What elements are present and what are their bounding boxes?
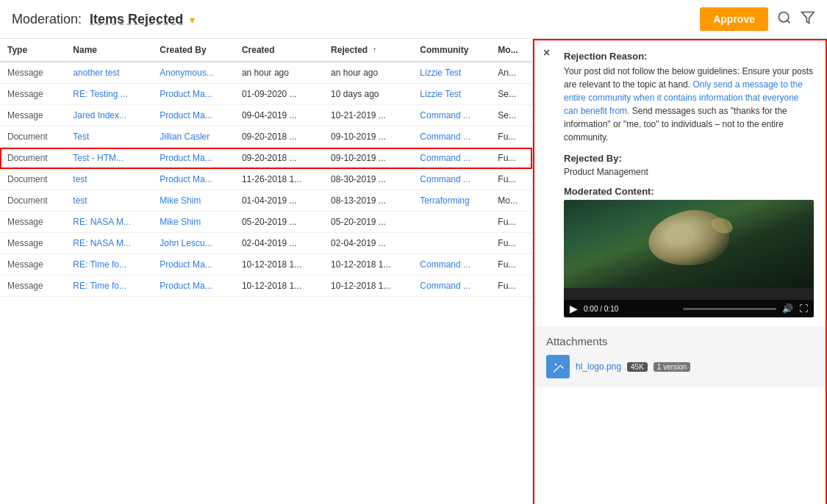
table-row[interactable]: MessageRE: Time fo...Product Ma...10-12-… — [0, 254, 532, 276]
video-player[interactable]: ▶ 0:00 / 0:10 🔊 ⛶ — [564, 200, 814, 317]
table-row[interactable]: Messageanother testAnonymous...an hour a… — [0, 62, 532, 84]
table-row[interactable]: MessageRE: Time fo...Product Ma...10-12-… — [0, 276, 532, 297]
detail-content: Rejection Reason: Your post did not foll… — [534, 40, 826, 399]
table-cell: Message — [0, 276, 65, 297]
table-cell: Se... — [490, 84, 532, 105]
filter-button[interactable] — [801, 10, 815, 29]
table-row[interactable]: DocumenttestMike Shim01-04-2019 ...08-13… — [0, 190, 532, 212]
col-created-by: Created By — [152, 39, 235, 62]
attachment-size-badge: 45K — [627, 362, 648, 372]
table-row[interactable]: MessageRE: Testing ...Product Ma...01-09… — [0, 84, 532, 105]
video-frame — [564, 200, 814, 288]
table-cell: 10-12-2018 1... — [323, 254, 412, 276]
table-row[interactable]: MessageRE: NASA M...Mike Shim05-20-2019 … — [0, 212, 532, 233]
table-cell: Document — [0, 190, 65, 212]
moderated-content-section: Moderated Content: ▶ 0:00 / 0:10 — [564, 186, 814, 317]
col-type: Type — [0, 39, 65, 62]
table-cell: RE: NASA M... — [65, 233, 152, 254]
svg-point-0 — [779, 12, 789, 21]
table-row[interactable]: DocumentTest - HTM...Product Ma...09-20-… — [0, 148, 532, 169]
table-row[interactable]: DocumentTestJillian Casler09-20-2018 ...… — [0, 126, 532, 148]
progress-bar[interactable] — [683, 308, 776, 310]
table-cell: Fu... — [490, 169, 532, 190]
col-name: Name — [65, 39, 152, 62]
table-row[interactable]: DocumenttestProduct Ma...11-26-2018 1...… — [0, 169, 532, 190]
table-header: Type Name Created By Created Rejected ↑ … — [0, 39, 532, 62]
table-cell: Document — [0, 169, 65, 190]
table-row[interactable]: MessageJared Index...Product Ma...09-04-… — [0, 105, 532, 126]
col-community: Community — [412, 39, 490, 62]
table-cell: 05-20-2019 ... — [235, 212, 323, 233]
search-icon — [777, 10, 792, 25]
table-cell: Product Ma... — [152, 276, 235, 297]
table-cell: test — [65, 169, 152, 190]
rejection-reason-title: Rejection Reason: — [564, 51, 814, 62]
table-cell: RE: Time fo... — [65, 276, 152, 297]
attachment-item: hl_logo.png 45K 1 version — [546, 355, 814, 378]
attachment-name[interactable]: hl_logo.png — [576, 361, 621, 372]
table-cell — [412, 233, 490, 254]
table-cell: Message — [0, 84, 65, 105]
table-cell: Lizzie Test — [412, 84, 490, 105]
video-content: ▶ 0:00 / 0:10 🔊 ⛶ — [564, 200, 814, 317]
video-animal-shape — [644, 204, 733, 273]
table-cell: Fu... — [490, 148, 532, 169]
table-cell: 02-04-2019 ... — [323, 233, 412, 254]
table-cell: 10-21-2019 ... — [323, 105, 412, 126]
table-cell: 10 days ago — [323, 84, 412, 105]
dropdown-arrow-icon[interactable]: ▾ — [190, 14, 195, 26]
table-cell: Product Ma... — [152, 169, 235, 190]
table-row[interactable]: MessageRE: NASA M...John Lescu...02-04-2… — [0, 233, 532, 254]
table-cell: Fu... — [490, 233, 532, 254]
table-cell: Command ... — [412, 276, 490, 297]
volume-button[interactable]: 🔊 — [782, 303, 793, 314]
table-cell — [412, 212, 490, 233]
close-button[interactable]: × — [543, 46, 550, 60]
page-header: Moderation: Items Rejected ▾ Approve — [0, 0, 827, 39]
search-button[interactable] — [777, 10, 792, 29]
items-table-area: Type Name Created By Created Rejected ↑ … — [0, 39, 533, 504]
table-cell: 10-12-2018 1... — [235, 254, 323, 276]
main-content: Type Name Created By Created Rejected ↑ … — [0, 39, 827, 504]
table-cell: RE: Testing ... — [65, 84, 152, 105]
table-cell: Message — [0, 105, 65, 126]
attachment-version-badge: 1 version — [654, 362, 691, 372]
table-cell: Mike Shim — [152, 212, 235, 233]
table-cell: another test — [65, 62, 152, 84]
table-cell: Message — [0, 212, 65, 233]
play-button[interactable]: ▶ — [570, 303, 578, 314]
table-cell: Mike Shim — [152, 190, 235, 212]
image-file-icon — [551, 359, 565, 374]
table-cell: Command ... — [412, 126, 490, 148]
table-cell: Document — [0, 126, 65, 148]
svg-point-4 — [555, 364, 557, 366]
table-cell: Message — [0, 254, 65, 276]
rejection-reason-section: Rejection Reason: Your post did not foll… — [564, 51, 814, 144]
table-cell: Product Ma... — [152, 105, 235, 126]
table-cell: RE: Time fo... — [65, 254, 152, 276]
table-cell: Fu... — [490, 254, 532, 276]
title-prefix: Moderation: — [12, 12, 82, 26]
table-cell: Command ... — [412, 105, 490, 126]
table-cell: Fu... — [490, 212, 532, 233]
table-cell: 01-04-2019 ... — [235, 190, 323, 212]
approve-button[interactable]: Approve — [700, 7, 768, 31]
video-time: 0:00 / 0:10 — [584, 305, 677, 313]
col-mod: Mo... — [490, 39, 532, 62]
table-cell: Message — [0, 62, 65, 84]
table-cell: RE: NASA M... — [65, 212, 152, 233]
attachment-icon — [546, 355, 570, 378]
attachments-section: Attachments hl_logo.png 45K 1 version — [534, 326, 826, 387]
table-cell: Fu... — [490, 126, 532, 148]
table-cell: Product Ma... — [152, 148, 235, 169]
table-cell: Command ... — [412, 148, 490, 169]
svg-marker-2 — [802, 12, 815, 23]
table-cell: 09-04-2019 ... — [235, 105, 323, 126]
table-cell: Product Ma... — [152, 84, 235, 105]
rejected-by-title: Rejected By: — [564, 153, 814, 164]
col-rejected[interactable]: Rejected ↑ — [323, 39, 412, 62]
table-cell: Anonymous... — [152, 62, 235, 84]
fullscreen-button[interactable]: ⛶ — [799, 303, 808, 314]
table-cell: Document — [0, 148, 65, 169]
table-cell: 09-20-2018 ... — [235, 126, 323, 148]
